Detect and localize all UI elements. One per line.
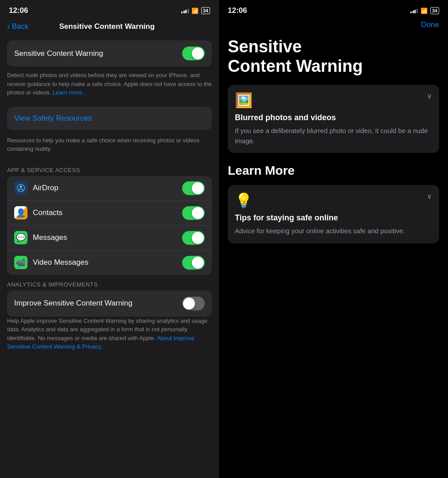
messages-icon: 💬 xyxy=(14,231,27,244)
right-status-bar: 12:06 📶 34 xyxy=(219,0,448,18)
analytics-row: Improve Sensitive Content Warning xyxy=(7,290,212,317)
learn-more-heading: Learn More xyxy=(228,164,439,178)
back-button[interactable]: ‹ Back xyxy=(7,21,28,31)
tips-card: ∨ 💡 Tips for staying safe online Advice … xyxy=(228,185,439,243)
right-panel: 12:06 📶 34 Done SensitiveContent Warning… xyxy=(219,0,448,478)
card1-desc: If you see a deliberately blurred photo … xyxy=(235,126,432,146)
toggle-knob xyxy=(183,298,195,310)
card2-desc: Advice for keeping your online activitie… xyxy=(235,226,432,236)
blurred-photos-card: ∨ 🖼️ Blurred photos and videos If you se… xyxy=(228,85,439,153)
card1-icon: 🖼️ xyxy=(235,92,432,109)
video-messages-icon: 📹 xyxy=(14,256,27,269)
view-safety-button[interactable]: View Safety Resources xyxy=(7,107,212,130)
airdrop-icon xyxy=(14,181,27,195)
analytics-section: Improve Sensitive Content Warning xyxy=(7,290,212,317)
nav-title: Sensitive Content Warning xyxy=(28,22,185,31)
done-button[interactable]: Done xyxy=(421,20,439,29)
analytics-description: Help Apple improve Sensitive Content War… xyxy=(0,317,219,358)
toggle-knob xyxy=(192,232,204,244)
main-toggle-section: Sensitive Content Warning xyxy=(7,40,212,67)
tip-card-chevron-icon: ∨ xyxy=(427,192,432,200)
right-wifi-icon: 📶 xyxy=(421,8,428,14)
toggle-knob xyxy=(192,257,204,269)
right-status-icons: 📶 34 xyxy=(410,7,439,14)
messages-toggle[interactable] xyxy=(182,231,205,245)
airdrop-row: AirDrop xyxy=(7,176,212,201)
card-chevron-icon: ∨ xyxy=(427,92,432,100)
app-access-header: APP & SERVICE ACCESS xyxy=(0,161,219,176)
analytics-label: Improve Sensitive Content Warning xyxy=(14,299,132,308)
battery-icon: 34 xyxy=(201,7,210,14)
contacts-row: 👤 Contacts xyxy=(7,201,212,226)
toggle-knob xyxy=(192,207,204,219)
learn-more-link[interactable]: Learn more... xyxy=(53,89,87,96)
left-time: 12:06 xyxy=(9,6,28,15)
main-description: Detect nude photos and videos before the… xyxy=(0,71,219,102)
messages-label: Messages xyxy=(33,233,177,242)
signal-icon xyxy=(181,8,189,13)
left-status-icons: 📶 34 xyxy=(181,7,210,14)
messages-row: 💬 Messages xyxy=(7,226,212,251)
done-bar: Done xyxy=(219,18,448,33)
wifi-icon: 📶 xyxy=(191,8,199,14)
left-content: Sensitive Content Warning Detect nude ph… xyxy=(0,36,219,478)
right-signal-icon xyxy=(410,8,418,13)
contacts-icon: 👤 xyxy=(14,206,27,219)
svg-point-0 xyxy=(20,185,22,188)
contacts-toggle[interactable] xyxy=(182,206,205,220)
card2-icon: 💡 xyxy=(235,192,432,209)
right-battery-icon: 34 xyxy=(430,7,439,14)
video-messages-toggle[interactable] xyxy=(182,256,205,270)
card2-title: Tips for staying safe online xyxy=(235,213,432,223)
toggle-knob xyxy=(192,182,204,194)
video-messages-row: 📹 Video Messages xyxy=(7,251,212,275)
main-toggle-row: Sensitive Content Warning xyxy=(7,40,212,67)
airdrop-toggle[interactable] xyxy=(182,181,205,195)
analytics-header: ANALYTICS & IMPROVEMENTS xyxy=(0,275,219,290)
video-messages-label: Video Messages xyxy=(33,258,177,267)
right-main-content: SensitiveContent Warning ∨ 🖼️ Blurred ph… xyxy=(219,33,448,471)
main-toggle-switch[interactable] xyxy=(182,47,205,60)
airdrop-label: AirDrop xyxy=(33,184,177,192)
left-status-bar: 12:06 📶 34 xyxy=(0,0,219,18)
left-panel: 12:06 📶 34 ‹ Back Sensitive Content Warn… xyxy=(0,0,219,478)
left-nav-bar: ‹ Back Sensitive Content Warning xyxy=(0,18,219,36)
right-main-title: SensitiveContent Warning xyxy=(228,37,439,76)
contacts-label: Contacts xyxy=(33,208,177,217)
back-label: Back xyxy=(12,22,29,31)
analytics-toggle[interactable] xyxy=(182,297,205,310)
card1-title: Blurred photos and videos xyxy=(235,113,432,122)
app-access-section: AirDrop 👤 Contacts 💬 Messages xyxy=(7,176,212,275)
main-toggle-label: Sensitive Content Warning xyxy=(14,49,103,58)
back-chevron-icon: ‹ xyxy=(7,21,10,31)
right-time: 12:06 xyxy=(228,6,247,15)
toggle-knob xyxy=(192,47,204,59)
safety-description: Resources to help you make a safe choice… xyxy=(0,134,219,161)
